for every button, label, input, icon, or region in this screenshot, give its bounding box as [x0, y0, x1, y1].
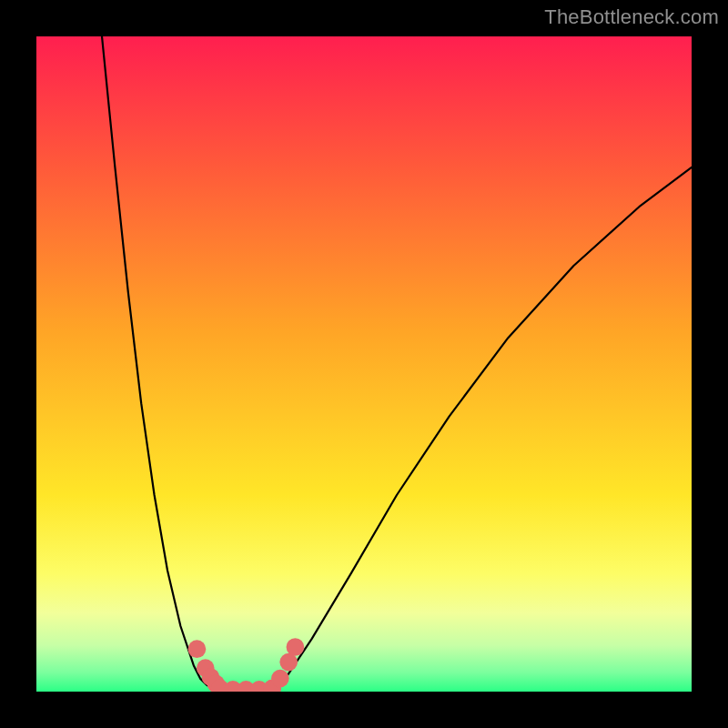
marker-dot — [271, 670, 289, 688]
plot-area — [36, 36, 692, 692]
marker-dot — [188, 640, 207, 658]
series-right_branch — [272, 167, 692, 692]
curves-layer — [36, 36, 692, 692]
chart-frame: TheBottleneck.com — [0, 0, 728, 728]
data-lines — [102, 36, 692, 692]
data-markers — [188, 638, 305, 692]
watermark-text: TheBottleneck.com — [544, 5, 719, 29]
series-left_branch — [102, 36, 220, 692]
marker-dot — [287, 638, 305, 656]
